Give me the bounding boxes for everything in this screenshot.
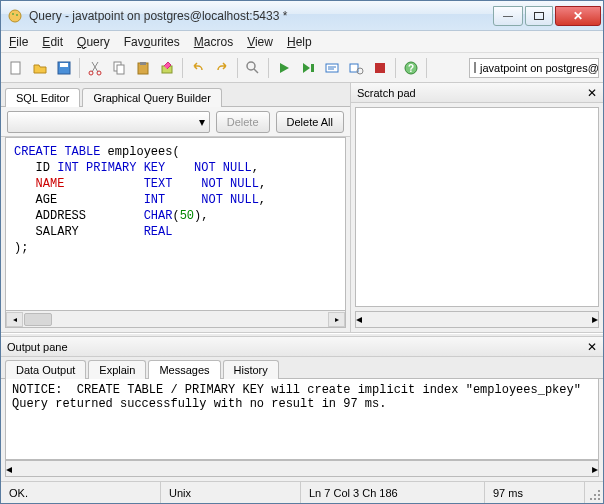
- menu-edit[interactable]: Edit: [42, 35, 63, 49]
- output-pane: Output pane ✕ Data Output Explain Messag…: [1, 337, 603, 481]
- scratch-pad-title: Scratch pad: [357, 87, 416, 99]
- execute-pgscript-icon[interactable]: [297, 57, 319, 79]
- svg-point-8: [97, 71, 101, 75]
- explain-icon[interactable]: [321, 57, 343, 79]
- close-button[interactable]: ✕: [555, 6, 601, 26]
- window-title: Query - javatpoint on postgres@localhost…: [29, 9, 491, 23]
- menu-query[interactable]: Query: [77, 35, 110, 49]
- previous-queries-combo[interactable]: ▾: [7, 111, 210, 133]
- window-controls: — ✕: [491, 6, 601, 26]
- undo-icon[interactable]: [187, 57, 209, 79]
- svg-rect-19: [375, 63, 385, 73]
- save-icon[interactable]: [53, 57, 75, 79]
- svg-rect-12: [140, 62, 146, 65]
- scratch-hscrollbar[interactable]: ◂ ▸: [355, 311, 599, 328]
- output-hscrollbar[interactable]: ◂ ▸: [5, 460, 599, 477]
- statusbar: OK. Unix Ln 7 Col 3 Ch 186 97 ms: [1, 481, 603, 503]
- output-tabs: Data Output Explain Messages History: [1, 357, 603, 379]
- scratch-close-icon[interactable]: ✕: [587, 86, 597, 100]
- tab-sql-editor[interactable]: SQL Editor: [5, 88, 80, 107]
- output-close-icon[interactable]: ✕: [587, 340, 597, 354]
- execute-icon[interactable]: [273, 57, 295, 79]
- menu-favourites[interactable]: Favourites: [124, 35, 180, 49]
- svg-point-7: [89, 71, 93, 75]
- sql-code-editor[interactable]: CREATE TABLE employees( ID INT PRIMARY K…: [5, 137, 346, 311]
- scroll-thumb[interactable]: [24, 313, 52, 326]
- scroll-track[interactable]: [362, 312, 592, 327]
- tab-graphical-query-builder[interactable]: Graphical Query Builder: [82, 88, 221, 107]
- scroll-left-icon[interactable]: ◂: [6, 312, 23, 327]
- scroll-right-icon[interactable]: ▸: [592, 312, 598, 327]
- cancel-icon[interactable]: [369, 57, 391, 79]
- dropdown-icon: ▾: [199, 115, 205, 129]
- status-time: 97 ms: [485, 482, 585, 503]
- menu-macros[interactable]: Macros: [194, 35, 233, 49]
- output-pane-header: Output pane ✕: [1, 337, 603, 357]
- tab-history[interactable]: History: [223, 360, 279, 379]
- tab-data-output[interactable]: Data Output: [5, 360, 86, 379]
- toolbar: ? javatpoint on postgres@lo: [1, 53, 603, 83]
- clear-icon[interactable]: [156, 57, 178, 79]
- connection-combo[interactable]: javatpoint on postgres@lo: [469, 58, 599, 78]
- menu-file[interactable]: File: [9, 35, 28, 49]
- svg-rect-3: [535, 12, 544, 19]
- svg-rect-15: [311, 64, 314, 72]
- output-messages-body[interactable]: NOTICE: CREATE TABLE / PRIMARY KEY will …: [5, 379, 599, 460]
- maximize-button[interactable]: [525, 6, 553, 26]
- tab-explain[interactable]: Explain: [88, 360, 146, 379]
- tab-messages[interactable]: Messages: [148, 360, 220, 379]
- menubar: File Edit Query Favourites Macros View H…: [1, 31, 603, 53]
- help-icon[interactable]: ?: [400, 57, 422, 79]
- scroll-right-icon[interactable]: ▸: [592, 462, 598, 476]
- output-pane-title: Output pane: [7, 341, 68, 353]
- svg-rect-10: [117, 65, 124, 74]
- svg-point-1: [12, 13, 14, 15]
- status-ok: OK.: [1, 482, 161, 503]
- editor-hscrollbar[interactable]: ◂ ▸: [5, 311, 346, 328]
- scroll-left-icon[interactable]: ◂: [6, 462, 12, 476]
- editor-pane: SQL Editor Graphical Query Builder ▾ Del…: [1, 83, 351, 332]
- editor-toolbar: ▾ Delete Delete All: [1, 107, 350, 137]
- copy-icon[interactable]: [108, 57, 130, 79]
- status-position: Ln 7 Col 3 Ch 186: [301, 482, 485, 503]
- open-icon[interactable]: [29, 57, 51, 79]
- delete-all-button[interactable]: Delete All: [276, 111, 344, 133]
- svg-rect-4: [11, 62, 20, 74]
- cut-icon[interactable]: [84, 57, 106, 79]
- paste-icon[interactable]: [132, 57, 154, 79]
- new-icon[interactable]: [5, 57, 27, 79]
- scratch-pad-header: Scratch pad ✕: [351, 83, 603, 103]
- scratch-pad-pane: Scratch pad ✕ ◂ ▸: [351, 83, 603, 332]
- menu-help[interactable]: Help: [287, 35, 312, 49]
- editor-tabs: SQL Editor Graphical Query Builder: [1, 83, 350, 107]
- svg-point-14: [247, 62, 255, 70]
- svg-text:?: ?: [408, 63, 414, 74]
- svg-rect-16: [326, 64, 338, 72]
- app-icon: [7, 8, 23, 24]
- svg-rect-6: [60, 63, 68, 67]
- resize-grip-icon[interactable]: [585, 482, 603, 503]
- titlebar: Query - javatpoint on postgres@localhost…: [1, 1, 603, 31]
- mid-row: SQL Editor Graphical Query Builder ▾ Del…: [1, 83, 603, 333]
- query-window: Query - javatpoint on postgres@localhost…: [0, 0, 604, 504]
- svg-point-0: [9, 10, 21, 22]
- menu-view[interactable]: View: [247, 35, 273, 49]
- find-icon[interactable]: [242, 57, 264, 79]
- redo-icon[interactable]: [211, 57, 233, 79]
- minimize-button[interactable]: —: [493, 6, 523, 26]
- scroll-right-icon[interactable]: ▸: [328, 312, 345, 327]
- status-encoding: Unix: [161, 482, 301, 503]
- connection-label: javatpoint on postgres@lo: [480, 62, 599, 74]
- connection-checkbox-icon: [474, 62, 476, 73]
- svg-point-2: [16, 14, 18, 16]
- explain-analyze-icon[interactable]: [345, 57, 367, 79]
- delete-button[interactable]: Delete: [216, 111, 270, 133]
- scratch-pad-textarea[interactable]: [355, 107, 599, 307]
